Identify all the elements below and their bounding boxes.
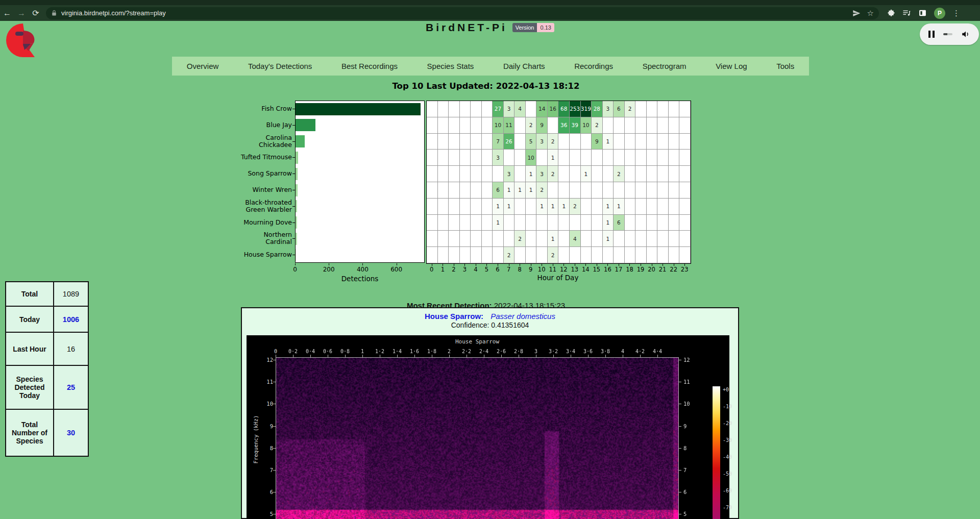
- heatmap-cell: [581, 134, 592, 150]
- heatmap-cell: [548, 182, 559, 199]
- bar-tick-label: 200: [323, 266, 335, 273]
- heatmap-cell: [460, 199, 471, 215]
- species-label-northern-cardinal: Northern Cardinal: [210, 230, 292, 246]
- heatmap-cell: [427, 247, 438, 263]
- hour-tick-label: 9: [529, 266, 532, 273]
- nav-item-spectrogram[interactable]: Spectrogram: [643, 62, 687, 70]
- profile-avatar[interactable]: P: [934, 8, 945, 19]
- confidence-value: 0.41351604: [491, 321, 529, 329]
- detections-bar-tufted-titmouse: [296, 152, 298, 164]
- heatmap-cell: [647, 199, 658, 215]
- heatmap-cell: [625, 150, 636, 166]
- extensions-icon[interactable]: [887, 9, 895, 17]
- chart-title: Top 10 Last Updated: 2022-04-13 18:12: [0, 81, 972, 91]
- heatmap-cell: [482, 199, 493, 215]
- heatmap-cell: [657, 101, 669, 117]
- heatmap-cell: 2: [526, 117, 537, 134]
- nav-item-species-stats[interactable]: Species Stats: [427, 62, 474, 70]
- species-label-house-sparrow: House Sparrow: [210, 246, 292, 263]
- heatmap-cell: [449, 117, 460, 134]
- media-controls-icon[interactable]: [902, 9, 911, 17]
- heatmap-cell: [438, 199, 449, 215]
- heatmap-cell: [471, 134, 482, 150]
- spec-xtick-mark: [588, 355, 589, 357]
- heatmap-cell: [679, 247, 691, 263]
- heatmap-cell: [657, 231, 669, 247]
- spec-xtick-label: 1·4: [393, 349, 402, 354]
- spectrogram-title: House Sparrow: [455, 338, 499, 345]
- heatmap-cell: [669, 231, 680, 247]
- nav-item-daily-charts[interactable]: Daily Charts: [503, 62, 545, 70]
- bookmark-star-icon[interactable]: ☆: [867, 9, 874, 18]
- stats-value-total-number-of-species[interactable]: 30: [54, 410, 88, 456]
- heatmap-cell: [635, 231, 647, 247]
- heatmap-cell: [449, 215, 460, 231]
- address-bar[interactable]: virginia.birdnetpi.com/?stream=play ☆: [46, 7, 879, 19]
- scientific-name: Passer domesticus: [491, 312, 555, 320]
- spec-ytick-mark: [273, 514, 276, 514]
- nav-item-best-recordings[interactable]: Best Recordings: [341, 62, 398, 70]
- heatmap-cell: 2: [504, 247, 515, 263]
- heatmap-cell: [570, 247, 581, 263]
- heatmap-cell: [438, 166, 449, 182]
- stats-row-today: Today1006: [6, 307, 88, 333]
- heatmap-cell: 1: [614, 199, 625, 215]
- side-panel-icon[interactable]: [918, 9, 927, 17]
- species-label-song-sparrow: Song Sparrow: [210, 165, 292, 182]
- nav-item-view-log[interactable]: View Log: [716, 62, 747, 70]
- heatmap-cell: [427, 166, 438, 182]
- spec-ytick-label-left: 6: [253, 489, 273, 495]
- heatmap-cell: [635, 150, 647, 166]
- species-name-link[interactable]: House Sparrow:: [425, 312, 483, 320]
- heatmap-cell: [536, 150, 548, 166]
- heatmap-cell: 1: [504, 199, 515, 215]
- heatmap-cell: [427, 101, 438, 117]
- heatmap-cell: [647, 215, 658, 231]
- heatmap-cell: [614, 231, 625, 247]
- heatmap-cell: [438, 182, 449, 199]
- heatmap-cell: [625, 117, 636, 134]
- stats-value-species-detected-today[interactable]: 25: [54, 366, 88, 409]
- heatmap-cell: 1: [536, 199, 548, 215]
- heatmap-cell: [679, 182, 691, 199]
- spec-ytick-label-right: 9: [683, 423, 687, 429]
- heatmap-cell: [471, 231, 482, 247]
- nav-item-overview[interactable]: Overview: [187, 62, 219, 70]
- heatmap-cell: [438, 247, 449, 263]
- heatmap-cell: [647, 134, 658, 150]
- heatmap-cell: 9: [592, 134, 603, 150]
- heatmap-cell: [625, 182, 636, 199]
- hour-tick-label: 15: [593, 266, 601, 273]
- heatmap-cell: [679, 199, 691, 215]
- heatmap-cell: [449, 166, 460, 182]
- heatmap-cell: 3: [504, 166, 515, 182]
- forward-icon[interactable]: →: [14, 9, 29, 18]
- heatmap-cell: 3: [603, 101, 614, 117]
- heatmap-cell: [427, 215, 438, 231]
- spec-xtick-label: 3: [534, 349, 537, 354]
- nav-item-today-s-detections[interactable]: Today's Detections: [248, 62, 312, 70]
- species-label-mourning-dove: Mourning Dove: [210, 214, 292, 231]
- refresh-icon[interactable]: ⟳: [29, 8, 43, 18]
- spec-xtick-mark: [571, 355, 571, 357]
- heatmap-cell: [536, 215, 548, 231]
- nav-item-recordings[interactable]: Recordings: [574, 62, 613, 70]
- spec-ytick-mark: [273, 470, 276, 471]
- nav-item-tools[interactable]: Tools: [776, 62, 794, 70]
- heatmap-cell: [438, 231, 449, 247]
- spec-ytick-label-left: 11: [253, 379, 273, 385]
- heatmap-cell: 6: [493, 182, 504, 199]
- stats-label-today: Today: [6, 307, 54, 332]
- stats-value-today[interactable]: 1006: [54, 307, 88, 332]
- heatmap-cell: [514, 166, 526, 182]
- send-icon[interactable]: [852, 9, 861, 17]
- spec-ytick-label-right: 10: [683, 401, 690, 407]
- url-text[interactable]: virginia.birdnetpi.com/?stream=play: [61, 9, 166, 17]
- heatmap-cell: [471, 117, 482, 134]
- spec-ytick-mark: [679, 360, 681, 360]
- heatmap-cell: [647, 150, 658, 166]
- heatmap-cell: [669, 117, 680, 134]
- back-icon[interactable]: ←: [0, 9, 14, 18]
- heatmap-cell: [438, 134, 449, 150]
- browser-menu-icon[interactable]: ⋮: [952, 9, 960, 18]
